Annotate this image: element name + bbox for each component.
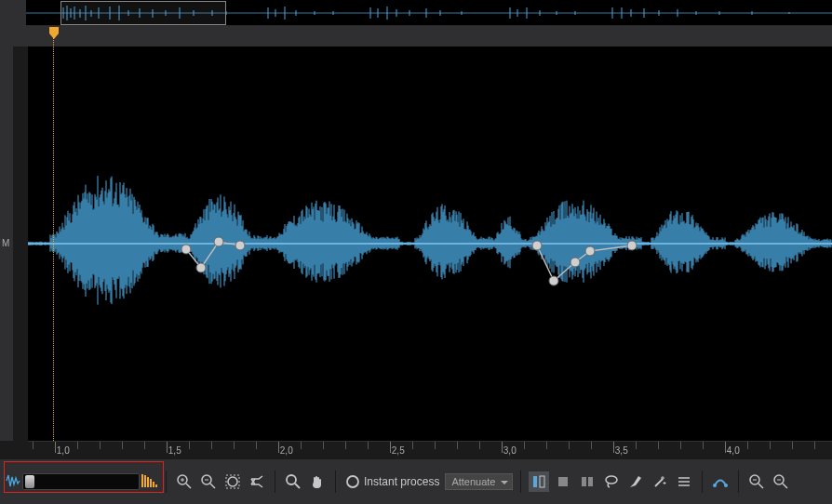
envelope-node[interactable] bbox=[585, 246, 595, 256]
zoom-minus-icon[interactable] bbox=[746, 471, 767, 492]
layers-icon[interactable] bbox=[674, 471, 694, 492]
zoom-shuffle-icon[interactable] bbox=[247, 471, 267, 492]
instant-process-label: Instant process bbox=[364, 475, 439, 488]
svg-point-925 bbox=[347, 476, 358, 487]
seg-a-icon[interactable] bbox=[529, 471, 549, 492]
ruler-label: 1,5 bbox=[168, 445, 181, 456]
zoom-slider-group bbox=[6, 472, 158, 491]
main-waveform bbox=[28, 46, 832, 441]
curve-icon[interactable] bbox=[710, 471, 731, 492]
overview-selection[interactable] bbox=[60, 1, 226, 25]
svg-point-935 bbox=[713, 484, 717, 487]
sparkle-icon[interactable] bbox=[650, 471, 670, 492]
gap-strip bbox=[13, 46, 28, 441]
svg-point-923 bbox=[287, 475, 296, 484]
playhead-marker-icon[interactable] bbox=[48, 27, 60, 40]
svg-rect-926 bbox=[533, 476, 537, 487]
wave-expanded-icon bbox=[141, 472, 158, 491]
ruler-label: 1,0 bbox=[57, 445, 70, 456]
bottom-toolbar: Instant process Attenuate bbox=[0, 459, 832, 504]
separator bbox=[275, 471, 275, 493]
seg-b-icon[interactable] bbox=[553, 471, 573, 492]
envelope-node[interactable] bbox=[570, 258, 580, 267]
amplitude-zoom-slider[interactable] bbox=[22, 473, 140, 490]
channel-label: M bbox=[2, 238, 9, 248]
time-ruler[interactable]: 1,01,52,02,53,03,54,0 bbox=[28, 441, 832, 459]
svg-point-921 bbox=[228, 477, 237, 486]
ribbon-strip bbox=[0, 26, 832, 46]
envelope-node[interactable] bbox=[235, 241, 245, 250]
channel-gutter: M bbox=[0, 46, 13, 441]
envelope-node[interactable] bbox=[214, 237, 223, 246]
ruler-label: 2,5 bbox=[392, 445, 405, 456]
envelope-node[interactable] bbox=[532, 241, 542, 250]
separator bbox=[738, 471, 739, 493]
svg-rect-927 bbox=[540, 476, 544, 487]
slider-thumb[interactable] bbox=[25, 475, 34, 488]
svg-point-918 bbox=[202, 475, 211, 484]
svg-rect-929 bbox=[582, 477, 586, 486]
ruler-label: 3,0 bbox=[503, 445, 517, 456]
envelope-node[interactable] bbox=[196, 263, 206, 272]
wave-compressed-icon bbox=[6, 472, 20, 491]
process-dropdown[interactable]: Attenuate bbox=[445, 473, 513, 490]
overview-strip[interactable] bbox=[26, 0, 832, 26]
envelope-node[interactable] bbox=[627, 241, 637, 250]
zoom-minus2-icon[interactable] bbox=[771, 471, 791, 492]
instant-process-button[interactable]: Instant process bbox=[343, 474, 441, 489]
zoom-in-icon[interactable] bbox=[174, 471, 195, 492]
svg-point-936 bbox=[724, 484, 728, 487]
search-icon[interactable] bbox=[283, 471, 303, 492]
svg-point-940 bbox=[774, 475, 784, 484]
envelope-node[interactable] bbox=[181, 245, 191, 254]
svg-rect-930 bbox=[588, 477, 593, 486]
svg-line-941 bbox=[783, 484, 787, 488]
hand-icon[interactable] bbox=[307, 471, 328, 492]
marker-circle-icon bbox=[345, 474, 360, 489]
svg-point-937 bbox=[750, 475, 759, 484]
separator bbox=[520, 471, 521, 493]
svg-line-938 bbox=[758, 484, 763, 488]
svg-rect-928 bbox=[558, 477, 568, 486]
separator bbox=[702, 471, 703, 493]
svg-line-915 bbox=[186, 484, 191, 488]
separator bbox=[335, 471, 336, 493]
overview-gutter bbox=[0, 0, 26, 26]
zoom-sel-icon[interactable] bbox=[222, 471, 243, 492]
ruler-label: 3,5 bbox=[615, 445, 628, 456]
ruler-label: 4,0 bbox=[727, 445, 740, 456]
seg-c-icon[interactable] bbox=[577, 471, 597, 492]
svg-rect-922 bbox=[226, 475, 239, 488]
svg-point-914 bbox=[178, 475, 187, 484]
envelope-node[interactable] bbox=[549, 276, 558, 285]
brush-icon[interactable] bbox=[625, 471, 646, 492]
svg-line-919 bbox=[210, 484, 215, 488]
separator bbox=[166, 471, 167, 493]
svg-point-931 bbox=[606, 476, 617, 484]
svg-line-924 bbox=[295, 484, 300, 488]
waveform-area[interactable] bbox=[28, 46, 832, 441]
zoom-out-icon[interactable] bbox=[198, 471, 219, 492]
lasso-icon[interactable] bbox=[601, 471, 622, 492]
ruler-label: 2,0 bbox=[280, 445, 293, 456]
